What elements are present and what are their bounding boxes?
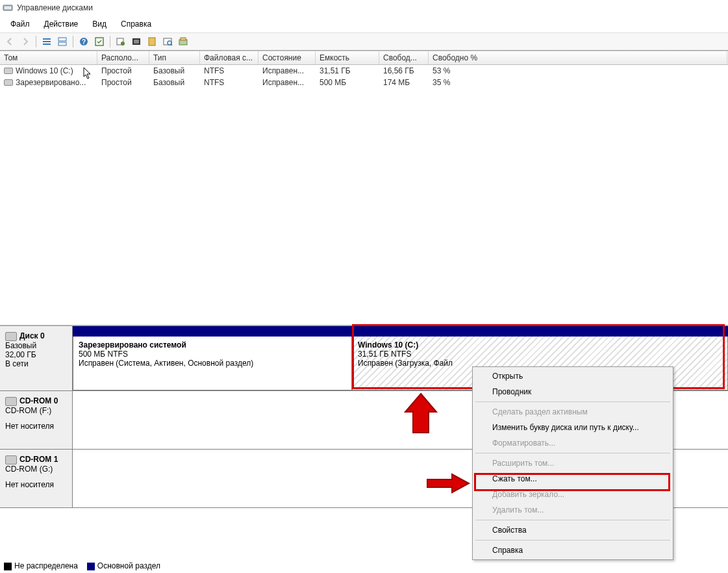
menu-file[interactable]: Файл bbox=[4, 18, 36, 30]
ctx-help[interactable]: Справка bbox=[474, 542, 672, 558]
disk-sub: CD-ROM (G:) bbox=[5, 465, 67, 474]
disk-header: CD-ROM 1 bbox=[19, 455, 58, 464]
col-status[interactable]: Состояние bbox=[258, 51, 316, 64]
cdrom-icon bbox=[5, 455, 17, 465]
menu-action[interactable]: Действие bbox=[38, 18, 85, 30]
col-freepct[interactable]: Свободно % bbox=[429, 51, 727, 64]
disk-stripe bbox=[73, 326, 728, 337]
help-icon[interactable]: ? bbox=[77, 34, 91, 49]
ctx-extend: Расширить том... bbox=[474, 455, 672, 471]
table-row[interactable]: Зарезервировано... Простой Базовый NTFS … bbox=[0, 77, 728, 88]
context-menu: Открыть Проводник Сделать раздел активны… bbox=[472, 366, 673, 560]
legend: Не распределена Основной раздел bbox=[4, 561, 160, 570]
svg-rect-3 bbox=[43, 41, 51, 42]
svg-line-17 bbox=[171, 44, 172, 45]
disk-state: Нет носителя bbox=[5, 480, 67, 489]
partition-title: Зарезервировано системой bbox=[79, 340, 346, 350]
annotation-arrow-up-icon bbox=[401, 392, 440, 438]
col-type[interactable]: Тип bbox=[149, 51, 200, 64]
titlebar: Управление дисками bbox=[0, 0, 728, 16]
cell-free: 16,56 ГБ bbox=[379, 64, 429, 77]
svg-rect-6 bbox=[58, 42, 66, 45]
cell-layout: Простой bbox=[97, 76, 149, 89]
col-volume[interactable]: Том bbox=[0, 51, 97, 64]
refresh-icon[interactable] bbox=[92, 34, 107, 49]
volume-list: Том Располо... Тип Файловая с... Состоян… bbox=[0, 51, 728, 325]
svg-rect-5 bbox=[58, 38, 66, 41]
col-layout[interactable]: Располо... bbox=[97, 51, 149, 64]
cell-free: 174 МБ bbox=[379, 76, 429, 89]
back-icon bbox=[3, 34, 17, 49]
col-fs[interactable]: Файловая с... bbox=[200, 51, 258, 64]
cell-volume: Windows 10 (C:) bbox=[16, 66, 73, 75]
cell-fs: NTFS bbox=[200, 64, 258, 77]
disk-size: 32,00 ГБ bbox=[5, 350, 67, 359]
volume-icon bbox=[4, 68, 13, 74]
volume-icon bbox=[4, 79, 13, 86]
ctx-change-letter[interactable]: Изменить букву диска или путь к диску... bbox=[474, 420, 672, 435]
col-free[interactable]: Свобод... bbox=[379, 51, 429, 64]
window-title: Управление дисками bbox=[17, 3, 93, 12]
partition-status: Исправен (Система, Активен, Основной раз… bbox=[79, 359, 346, 368]
cell-freepct: 53 % bbox=[429, 64, 727, 77]
cell-type: Базовый bbox=[149, 76, 200, 89]
partition-system-reserved[interactable]: Зарезервировано системой 500 МБ NTFS Исп… bbox=[73, 337, 352, 390]
menu-help[interactable]: Справка bbox=[114, 18, 158, 30]
action1-icon[interactable] bbox=[114, 34, 128, 49]
legend-primary: Основной раздел bbox=[97, 561, 160, 570]
table-row[interactable]: Windows 10 (C:) Простой Базовый NTFS Исп… bbox=[0, 65, 728, 77]
svg-rect-14 bbox=[149, 38, 155, 45]
annotation-arrow-right-icon bbox=[426, 473, 471, 494]
col-capacity[interactable]: Емкость bbox=[316, 51, 379, 64]
ctx-delete: Удалить том... bbox=[474, 502, 672, 518]
cell-status: Исправен... bbox=[258, 76, 316, 89]
svg-rect-1 bbox=[5, 6, 11, 9]
ctx-mirror: Добавить зеркало... bbox=[474, 487, 672, 502]
disk-type: Базовый bbox=[5, 341, 67, 350]
ctx-format: Форматировать... bbox=[474, 435, 672, 451]
disk-header: Диск 0 bbox=[19, 331, 45, 340]
partition-sub: 500 МБ NTFS bbox=[79, 350, 346, 359]
disk-state: Нет носителя bbox=[5, 422, 67, 431]
cell-layout: Простой bbox=[97, 64, 149, 77]
disk-sub: CD-ROM (F:) bbox=[5, 406, 67, 415]
svg-rect-13 bbox=[134, 40, 139, 44]
app-icon bbox=[3, 3, 13, 13]
cell-capacity: 500 МБ bbox=[316, 76, 379, 89]
cdrom-icon bbox=[5, 397, 17, 406]
cursor-icon bbox=[83, 67, 92, 80]
view-split-icon[interactable] bbox=[55, 34, 69, 49]
swatch-unallocated-icon bbox=[4, 563, 12, 570]
disk-label[interactable]: CD-ROM 1 CD-ROM (G:) Нет носителя bbox=[0, 450, 73, 507]
disk-header: CD-ROM 0 bbox=[19, 396, 58, 405]
ctx-make-active: Сделать раздел активным bbox=[474, 404, 672, 420]
action5-icon[interactable] bbox=[176, 34, 190, 49]
cell-fs: NTFS bbox=[200, 76, 258, 89]
ctx-properties[interactable]: Свойства bbox=[474, 522, 672, 538]
action3-icon[interactable] bbox=[145, 34, 159, 49]
column-header-row: Том Располо... Тип Файловая с... Состоян… bbox=[0, 51, 728, 65]
view-list-icon[interactable] bbox=[40, 34, 54, 49]
menu-view[interactable]: Вид bbox=[86, 18, 113, 30]
svg-rect-2 bbox=[43, 38, 51, 40]
partition-sub: 31,51 ГБ NTFS bbox=[358, 350, 722, 359]
toolbar: ? bbox=[0, 32, 728, 51]
ctx-open[interactable]: Открыть bbox=[474, 368, 672, 384]
action2-icon[interactable] bbox=[129, 34, 144, 49]
cell-capacity: 31,51 ГБ bbox=[316, 64, 379, 77]
disk-icon bbox=[5, 332, 17, 341]
disk-label[interactable]: CD-ROM 0 CD-ROM (F:) Нет носителя bbox=[0, 391, 73, 449]
cell-status: Исправен... bbox=[258, 64, 316, 77]
ctx-explorer[interactable]: Проводник bbox=[474, 384, 672, 400]
svg-rect-19 bbox=[181, 38, 186, 40]
svg-point-11 bbox=[121, 42, 125, 45]
cell-type: Базовый bbox=[149, 64, 200, 77]
cell-freepct: 35 % bbox=[429, 76, 727, 89]
partition-title: Windows 10 (C:) bbox=[358, 340, 722, 350]
action4-icon[interactable] bbox=[160, 34, 175, 49]
disk-label[interactable]: Диск 0 Базовый 32,00 ГБ В сети bbox=[0, 326, 73, 390]
menubar: Файл Действие Вид Справка bbox=[0, 16, 728, 32]
cell-volume: Зарезервировано... bbox=[16, 78, 86, 87]
legend-unallocated: Не распределена bbox=[14, 561, 78, 570]
ctx-shrink[interactable]: Сжать том... bbox=[474, 471, 672, 487]
